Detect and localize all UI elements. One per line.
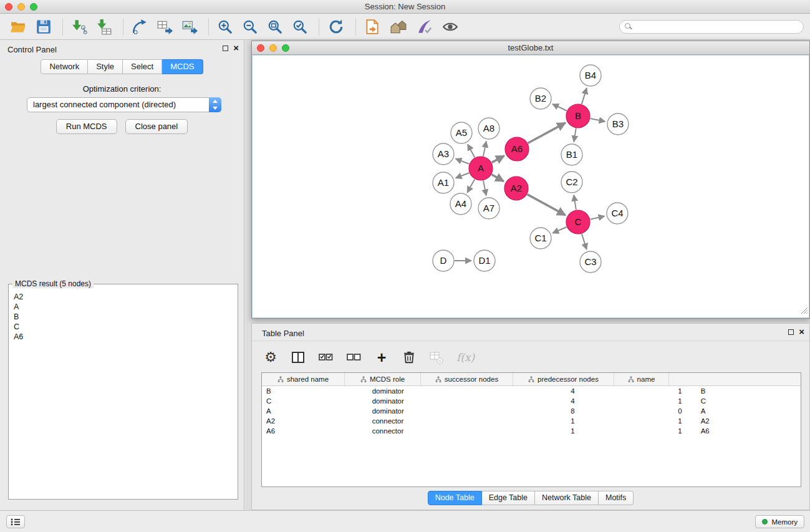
close-panel-icon[interactable]: ×: [233, 45, 239, 51]
graph-edge-C-C4[interactable]: [591, 216, 605, 220]
zoom-in-icon[interactable]: [216, 17, 234, 37]
deselect-all-icon[interactable]: [346, 348, 362, 367]
combo-stepper-icon[interactable]: [209, 97, 221, 112]
graph-node-C3[interactable]: C3: [580, 251, 601, 273]
graph-node-B1[interactable]: B1: [561, 144, 582, 165]
graph-node-A7[interactable]: A7: [478, 198, 499, 219]
mcds-result-item[interactable]: B: [14, 312, 233, 322]
graph-edge-B-B3[interactable]: [591, 118, 605, 122]
graph-node-A3[interactable]: A3: [433, 143, 454, 165]
zoom-window-button[interactable]: [30, 3, 37, 11]
control-tab-style[interactable]: Style: [88, 59, 123, 74]
graph-edge-A-A8[interactable]: [483, 142, 486, 157]
graph-node-A8[interactable]: A8: [478, 118, 499, 139]
resize-grip[interactable]: [801, 306, 808, 317]
mcds-result-item[interactable]: A6: [14, 332, 233, 342]
minimize-window-button[interactable]: [17, 3, 25, 11]
graph-edge-A6-B[interactable]: [528, 123, 566, 143]
graph-node-B[interactable]: B: [566, 104, 590, 128]
graph-node-D[interactable]: D: [433, 250, 454, 271]
graph-edge-A-A6[interactable]: [492, 156, 504, 163]
save-session-icon[interactable]: [35, 17, 52, 37]
run-mcds-button[interactable]: Run MCDS: [56, 119, 117, 134]
graph-edge-A-A7[interactable]: [483, 181, 486, 196]
graph-edge-A-A4[interactable]: [467, 179, 475, 192]
network-graph[interactable]: B4B2BB3A8A5A6A3B1AA1C2A2A4A7C4CC1C3DD1: [253, 56, 809, 317]
close-table-panel-icon[interactable]: ×: [799, 329, 804, 335]
table-row[interactable]: Cdominator41C: [262, 396, 801, 406]
column-header-MCDS-role[interactable]: MCDS role: [345, 373, 421, 385]
column-header-successor-nodes[interactable]: successor nodes: [421, 373, 513, 385]
graph-node-C1[interactable]: C1: [530, 228, 551, 249]
network-window-minimize-button[interactable]: [269, 44, 277, 52]
graph-edge-B-B1[interactable]: [574, 128, 576, 142]
graph-node-D1[interactable]: D1: [474, 250, 495, 271]
graph-edge-A2-C[interactable]: [528, 195, 566, 215]
memory-button[interactable]: Memory: [755, 515, 804, 528]
table-tab-motifs[interactable]: Motifs: [599, 491, 634, 505]
control-tab-network[interactable]: Network: [41, 59, 88, 74]
graph-node-A[interactable]: A: [469, 157, 493, 180]
mcds-result-item[interactable]: A: [14, 302, 233, 312]
graph-node-A2[interactable]: A2: [504, 177, 528, 200]
graph-edge-B-B4[interactable]: [582, 88, 587, 104]
graph-edge-C-C3[interactable]: [582, 234, 587, 249]
graph-edge-A-A5[interactable]: [468, 144, 475, 157]
table-row[interactable]: A2connector11A2: [262, 416, 801, 426]
graph-node-B3[interactable]: B3: [607, 114, 629, 135]
window-titlebar[interactable]: Session: New Session: [0, 0, 810, 14]
task-history-icon[interactable]: [6, 515, 25, 528]
style-brush-icon[interactable]: [416, 17, 433, 37]
graph-node-B4[interactable]: B4: [580, 65, 601, 86]
float-table-panel-icon[interactable]: [788, 329, 794, 335]
export-network-icon[interactable]: [131, 17, 148, 37]
close-window-button[interactable]: [5, 3, 12, 11]
table-tab-node-table[interactable]: Node Table: [428, 491, 482, 505]
graph-node-B2[interactable]: B2: [530, 88, 551, 109]
graph-node-A1[interactable]: A1: [433, 172, 454, 193]
network-window-zoom-button[interactable]: [282, 44, 289, 52]
delete-table-icon[interactable]: [429, 348, 444, 367]
graph-edge-C-C1[interactable]: [552, 227, 566, 233]
network-window-close-button[interactable]: [257, 44, 264, 52]
control-tab-mcds[interactable]: MCDS: [162, 59, 203, 74]
graph-node-C4[interactable]: C4: [607, 203, 628, 224]
network-window-titlebar[interactable]: testGlobe.txt: [252, 41, 809, 55]
column-header-shared-name[interactable]: shared name: [262, 373, 345, 385]
eye-icon[interactable]: [441, 17, 460, 37]
export-image-icon[interactable]: [181, 17, 198, 37]
show-columns-icon[interactable]: [291, 348, 306, 367]
close-panel-button[interactable]: Close panel: [125, 119, 188, 134]
zoom-fit-icon[interactable]: [266, 17, 284, 37]
function-builder-icon[interactable]: f(x): [456, 348, 475, 367]
delete-row-icon[interactable]: [402, 348, 417, 367]
zoom-out-icon[interactable]: [241, 17, 259, 37]
add-row-icon[interactable]: +: [374, 348, 389, 367]
float-panel-icon[interactable]: [223, 46, 228, 51]
table-tab-edge-table[interactable]: Edge Table: [482, 491, 535, 505]
graph-edge-B-B2[interactable]: [552, 104, 567, 111]
import-table-icon[interactable]: [95, 17, 113, 37]
node-table[interactable]: shared nameMCDS rolesuccessor nodesprede…: [261, 372, 801, 487]
table-row[interactable]: Adominator80A: [262, 406, 801, 416]
column-header-name[interactable]: name: [614, 373, 669, 385]
graph-edge-C-C2[interactable]: [574, 195, 576, 210]
open-file-icon[interactable]: [9, 17, 27, 37]
search-input[interactable]: [619, 20, 804, 34]
graph-node-A6[interactable]: A6: [505, 137, 529, 161]
refresh-view-icon[interactable]: [327, 17, 345, 37]
table-row[interactable]: Bdominator41B: [262, 386, 801, 396]
select-all-icon[interactable]: [318, 348, 334, 367]
column-header-predecessor-nodes[interactable]: predecessor nodes: [513, 373, 614, 385]
table-tab-network-table[interactable]: Network Table: [535, 491, 599, 505]
graph-edge-A-A3[interactable]: [456, 159, 470, 164]
graph-edge-A-A1[interactable]: [456, 173, 470, 178]
control-tab-select[interactable]: Select: [123, 59, 162, 74]
network-canvas[interactable]: B4B2BB3A8A5A6A3B1AA1C2A2A4A7C4CC1C3DD1: [252, 55, 809, 318]
mcds-result-item[interactable]: C: [14, 322, 233, 332]
graph-node-C[interactable]: C: [566, 210, 590, 234]
table-row[interactable]: A6connector11A6: [262, 426, 801, 436]
network-document-icon[interactable]: [364, 17, 381, 37]
graph-node-A5[interactable]: A5: [451, 122, 472, 143]
graph-node-C2[interactable]: C2: [561, 172, 582, 193]
